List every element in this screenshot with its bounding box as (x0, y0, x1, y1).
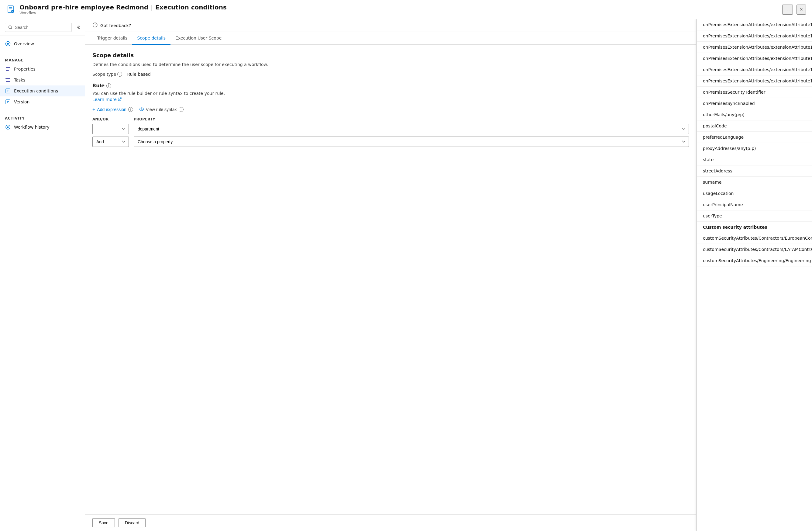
dropdown-item-engineering[interactable]: customSecurityAttributes/Engineering/Eng… (697, 255, 812, 266)
close-button[interactable]: × (797, 4, 806, 15)
discard-button[interactable]: Discard (118, 518, 146, 527)
manage-section-title: Manage (0, 54, 85, 64)
andor-column-header: And/Or (92, 117, 129, 121)
property-dropdown-panel: onPremisesExtensionAttributes/extensionA… (697, 19, 812, 531)
svg-line-6 (11, 28, 13, 29)
dropdown-item-state[interactable]: state (697, 154, 812, 165)
sidebar-item-overview[interactable]: Overview (0, 38, 85, 49)
scope-type-row: Scope type i Rule based (92, 72, 689, 76)
svg-rect-17 (6, 100, 10, 104)
tabs-bar: Trigger details Scope details Execution … (85, 32, 696, 45)
table-row: And Or Choose a property (92, 137, 689, 147)
main-panel: Got feedback? Trigger details Scope deta… (85, 19, 697, 531)
version-icon (5, 99, 11, 105)
feedback-label: Got feedback? (100, 23, 131, 28)
header: Onboard pre-hire employee Redmond | Exec… (0, 0, 812, 19)
property-select-2[interactable]: Choose a property (134, 137, 689, 147)
header-separator: | (151, 4, 153, 11)
dropdown-item-preferred-lang[interactable]: preferredLanguage (697, 132, 812, 143)
plus-icon: + (92, 107, 95, 112)
collapse-sidebar-button[interactable] (74, 23, 82, 32)
dropdown-item-usage-location[interactable]: usageLocation (697, 188, 812, 199)
svg-point-20 (95, 26, 96, 26)
more-options-button[interactable]: ... (782, 4, 793, 15)
rule-info-icon: i (106, 83, 111, 88)
learn-more-link[interactable]: Learn more (92, 97, 121, 102)
dropdown-item-other-mails[interactable]: otherMails/any(p:p) (697, 109, 812, 121)
eye-icon (139, 107, 144, 112)
property-select-1[interactable]: department (134, 124, 689, 134)
sidebar-item-properties[interactable]: Properties (0, 64, 85, 74)
svg-point-5 (9, 26, 12, 29)
feedback-icon (92, 22, 98, 29)
dropdown-item-surname[interactable]: surname (697, 177, 812, 188)
scope-type-label: Scope type i (92, 72, 122, 76)
overview-icon (5, 41, 11, 47)
workflow-doc-icon (6, 4, 16, 14)
andor-select-2[interactable]: And Or (92, 137, 129, 147)
rule-section: Rule i You can use the rule builder or r… (92, 83, 689, 147)
bottom-bar: Save Discard (85, 514, 696, 531)
sidebar-item-workflow-history[interactable]: Workflow history (0, 122, 85, 132)
sidebar-item-version[interactable]: Version (0, 96, 85, 107)
add-expression-button[interactable]: + Add expression i (92, 107, 133, 112)
header-subtitle: Execution conditions (155, 4, 227, 11)
view-syntax-info-icon: i (179, 107, 184, 112)
header-title-area: Onboard pre-hire employee Redmond | Exec… (19, 4, 779, 15)
andor-select-1[interactable]: And Or (92, 124, 129, 134)
tab-trigger-details[interactable]: Trigger details (92, 32, 132, 45)
main-layout: Overview Manage Properties (0, 19, 812, 531)
dropdown-item-ext11[interactable]: onPremisesExtensionAttributes/extensionA… (697, 30, 812, 42)
dropdown-item-proxy-addresses[interactable]: proxyAddresses/any(p:p) (697, 143, 812, 154)
properties-icon (5, 66, 11, 72)
dropdown-item-sync-enabled[interactable]: onPremisesSyncEnabled (697, 98, 812, 109)
sidebar-item-tasks[interactable]: Tasks (0, 74, 85, 85)
search-input[interactable] (15, 25, 68, 30)
dropdown-item-latam-contractors[interactable]: customSecurityAttributes/Contractors/LAT… (697, 244, 812, 255)
save-button[interactable]: Save (92, 518, 115, 527)
view-syntax-button[interactable]: View rule syntax i (139, 107, 184, 112)
svg-rect-12 (6, 78, 10, 79)
dropdown-item-street-address[interactable]: streetAddress (697, 165, 812, 177)
history-icon (5, 124, 11, 130)
dropdown-item-user-type[interactable]: userType (697, 210, 812, 222)
dropdown-item-ext12[interactable]: onPremisesExtensionAttributes/extensionA… (697, 42, 812, 53)
dropdown-item-security-identifier[interactable]: onPremisesSecurity Identifier (697, 87, 812, 98)
sidebar: Overview Manage Properties (0, 19, 85, 531)
scope-description: Defines the conditions used to determine… (92, 62, 689, 67)
tasks-icon (5, 77, 11, 83)
nav-divider-1 (0, 52, 85, 52)
rule-table-header: And/Or Property (92, 117, 689, 121)
scope-type-info-icon: i (117, 72, 122, 76)
search-box (5, 23, 71, 32)
dropdown-item-ext10[interactable]: onPremisesExtensionAttributes/extensionA… (697, 19, 812, 30)
svg-rect-15 (5, 78, 6, 79)
sidebar-item-tasks-label: Tasks (14, 78, 26, 82)
tab-scope-details[interactable]: Scope details (132, 32, 171, 45)
dropdown-section-custom-security: Custom security attributes (697, 222, 812, 233)
property-column-header: Property (134, 117, 689, 121)
svg-rect-9 (6, 67, 10, 68)
table-row: And Or department (92, 124, 689, 134)
sidebar-item-execution-conditions[interactable]: Execution conditions (0, 85, 85, 96)
dropdown-item-postal-code[interactable]: postalCode (697, 121, 812, 132)
svg-rect-10 (6, 69, 10, 69)
tab-execution-user-scope[interactable]: Execution User Scope (171, 32, 227, 45)
sidebar-nav: Overview Manage Properties (0, 36, 85, 135)
svg-point-8 (7, 43, 9, 45)
svg-rect-11 (6, 70, 9, 71)
rule-actions: + Add expression i (92, 107, 689, 112)
sidebar-item-properties-label: Properties (14, 67, 35, 71)
header-main-title: Onboard pre-hire employee Redmond (19, 4, 148, 11)
rule-description: You can use the rule builder or rule syn… (92, 91, 689, 96)
dropdown-item-european-contractors[interactable]: customSecurityAttributes/Contractors/Eur… (697, 233, 812, 244)
dropdown-item-ext15[interactable]: onPremisesExtensionAttributes/extensionA… (697, 75, 812, 87)
svg-rect-13 (6, 80, 10, 80)
dropdown-item-ext14[interactable]: onPremisesExtensionAttributes/extensionA… (697, 64, 812, 75)
header-workflow-label: Workflow (19, 11, 779, 15)
external-link-icon (118, 97, 121, 102)
activity-section-title: Activity (0, 113, 85, 122)
dropdown-item-ext13[interactable]: onPremisesExtensionAttributes/extensionA… (697, 53, 812, 64)
scope-section-title: Scope details (92, 52, 689, 58)
dropdown-item-upn[interactable]: userPrincipalName (697, 199, 812, 210)
